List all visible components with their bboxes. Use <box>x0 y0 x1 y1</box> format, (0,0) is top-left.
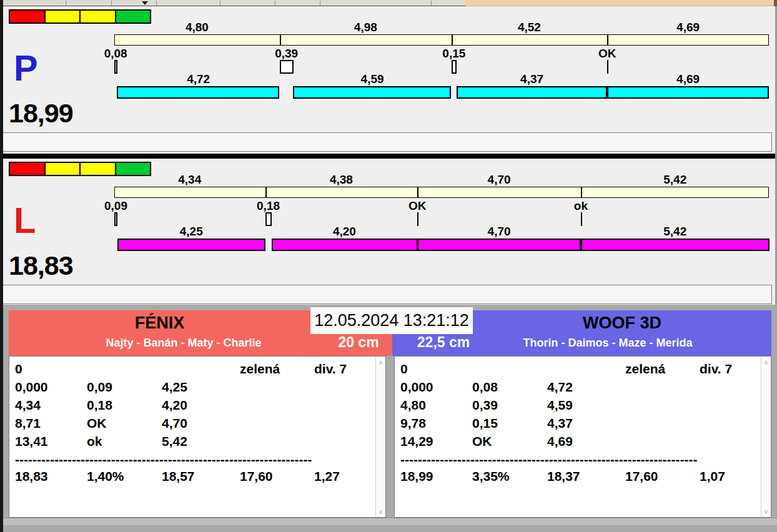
table-cell: ok <box>87 435 102 448</box>
scroll-up-icon[interactable]: ∧ <box>376 358 385 366</box>
toolbar-divider <box>320 1 320 6</box>
split-time-label: 4,38 <box>330 174 353 185</box>
table-cell: 18,57 <box>162 470 195 483</box>
traffic-light-cell <box>115 163 151 175</box>
table-cell: 4,80 <box>400 398 426 412</box>
traffic-light-cell <box>79 11 115 22</box>
split-bar-divider <box>452 35 453 45</box>
table-cell: 4,20 <box>162 398 187 412</box>
changeover-label: 0,18 <box>257 200 280 212</box>
changeover-marker <box>280 60 294 74</box>
lane-panel-p: 4,800,084,724,980,394,594,520,154,374,69… <box>0 6 777 154</box>
lane-letter: L <box>14 202 36 239</box>
traffic-light-cell <box>115 11 151 22</box>
traffic-light-strip <box>9 162 151 176</box>
lane-letter: P <box>14 50 38 86</box>
changeover-marker <box>114 212 117 226</box>
table-cell: 17,60 <box>625 470 658 483</box>
changeover-label: ok <box>574 200 588 212</box>
splitter-handle-icon[interactable] <box>142 1 148 5</box>
split-time-label: 5,42 <box>663 174 686 185</box>
dog-time-label: 4,37 <box>520 73 543 85</box>
top-toolbar <box>0 0 777 6</box>
lane-divider <box>0 154 777 159</box>
split-time-bar <box>114 34 769 46</box>
lane-l-timeline: 4,340,094,254,380,184,204,70OK4,705,42ok… <box>0 159 777 306</box>
lane-total-time: 18,99 <box>9 99 73 128</box>
changeover-label: OK <box>408 200 427 212</box>
results-panel: FÉNIX Najty - Banán - Maty - Charlie 20 … <box>0 305 777 532</box>
scroll-down-icon[interactable]: ∨ <box>761 508 771 515</box>
lane-status-strip <box>1 285 772 304</box>
traffic-light-cell <box>44 163 80 175</box>
scrollbar-left[interactable]: ∧ ∨ <box>375 357 385 516</box>
table-cell: 13,41 <box>15 435 48 448</box>
table-cell: zelená <box>240 362 280 376</box>
table-cell: 0 <box>15 362 22 376</box>
table-cell: 0,39 <box>472 398 498 412</box>
toolbar-divider <box>66 1 66 6</box>
scrollbar-right[interactable]: ∧ ∨ <box>761 357 771 516</box>
split-bar-divider <box>265 187 267 197</box>
toolbar-divider <box>275 1 275 6</box>
table-cell: 0,000 <box>15 380 48 394</box>
table-cell: 18,37 <box>547 470 580 483</box>
table-cell: 0,15 <box>472 416 498 430</box>
changeover-label: 0,39 <box>275 47 298 59</box>
table-cell: 0,09 <box>87 380 112 394</box>
table-cell: 9,78 <box>400 416 426 430</box>
bottom-status-band-2 <box>0 525 777 532</box>
dog-run-bar <box>117 86 279 99</box>
table-cell: 4,72 <box>547 380 573 394</box>
results-table-right[interactable]: 0zelenádiv. 70,0000,084,724,800,394,599,… <box>395 356 756 518</box>
table-cell: 4,69 <box>547 435 573 448</box>
split-bar-divider <box>280 35 281 45</box>
bottom-status-band <box>0 518 777 525</box>
scroll-down-icon[interactable]: ∨ <box>376 508 385 515</box>
table-cell: 1,40% <box>87 470 124 483</box>
traffic-light-cell <box>10 163 44 175</box>
traffic-light-cell <box>79 163 115 175</box>
team-height-class: 22,5 cm <box>400 334 487 352</box>
window-left-edge <box>0 0 3 532</box>
dog-time-label: 4,59 <box>361 73 384 85</box>
dog-time-label: 4,25 <box>180 225 203 237</box>
traffic-light-cell <box>10 11 44 22</box>
table-cell: 17,60 <box>240 470 273 483</box>
dog-time-label: 5,42 <box>663 225 686 237</box>
datetime-display: 12.05.2024 13:21:12 <box>310 307 473 334</box>
table-cell: OK <box>87 416 107 430</box>
split-time-label: 4,69 <box>676 21 700 33</box>
split-time-label: 4,80 <box>186 21 209 33</box>
split-bar-divider <box>581 187 582 197</box>
table-cell: 18,83 <box>15 470 48 483</box>
team-members: Najty - Banán - Maty - Charlie <box>21 337 346 350</box>
table-cell: 18,99 <box>400 470 433 483</box>
dog-time-label: 4,72 <box>187 73 210 85</box>
split-bar-divider <box>417 187 418 197</box>
dog-time-label: 4,69 <box>676 73 700 85</box>
dog-run-bar <box>417 239 581 251</box>
split-bar-divider <box>607 35 608 45</box>
table-cell: OK <box>472 435 492 448</box>
changeover-marker <box>452 60 457 74</box>
table-cell: 4,70 <box>162 416 187 430</box>
toolbar-divider <box>156 1 157 6</box>
split-time-label: 4,52 <box>518 21 541 33</box>
table-cell: div. 7 <box>700 362 732 376</box>
changeover-label: 0,09 <box>104 200 127 212</box>
changeover-marker <box>265 212 272 226</box>
table-separator: ----------------------------------------… <box>400 453 698 466</box>
table-cell: 1,27 <box>314 470 340 483</box>
table-cell: 0 <box>400 362 408 376</box>
results-table-left[interactable]: 0zelenádiv. 70,0000,094,254,340,184,208,… <box>10 356 371 518</box>
table-cell: 8,71 <box>15 416 41 430</box>
scroll-up-icon[interactable]: ∧ <box>761 358 771 366</box>
table-cell: 0,08 <box>472 380 498 394</box>
traffic-light-strip <box>9 9 151 24</box>
team-name: WOOF 3D <box>473 313 771 333</box>
toolbar-divider <box>431 1 432 6</box>
split-time-label: 4,98 <box>354 21 377 33</box>
top-strip-accent <box>465 0 777 6</box>
table-cell: 3,35% <box>472 470 510 483</box>
